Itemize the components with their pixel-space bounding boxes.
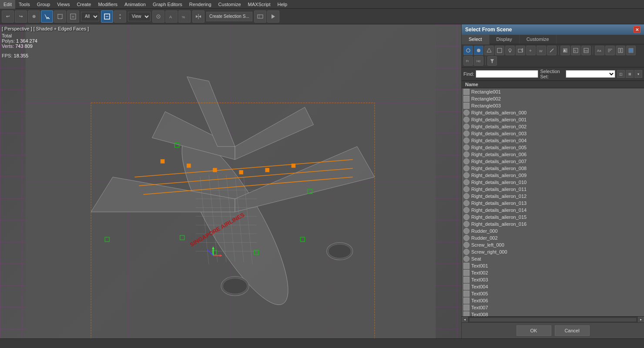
- menu-item-modifiers[interactable]: Modifiers: [94, 0, 121, 9]
- list-item[interactable]: Right_details_aileron_004: [462, 137, 644, 144]
- dialog-icon-invert[interactable]: Inv: [581, 46, 591, 55]
- list-item[interactable]: Right_details_aileron_007: [462, 158, 644, 165]
- list-item[interactable]: Right_details_aileron_012: [462, 193, 644, 200]
- cancel-button[interactable]: Cancel: [555, 325, 590, 336]
- find-icon-1[interactable]: ◫: [617, 70, 625, 78]
- dialog-icon-geometry[interactable]: [484, 46, 494, 55]
- select-mode-button[interactable]: [101, 10, 113, 23]
- find-icon-3[interactable]: ▾: [634, 70, 642, 78]
- menu-item-tools[interactable]: Tools: [15, 0, 34, 9]
- menu-item-views[interactable]: Views: [54, 0, 73, 9]
- dialog-icon-helper[interactable]: +: [526, 46, 536, 55]
- menu-item-create[interactable]: Create: [73, 0, 94, 9]
- list-item[interactable]: Right_details_aileron_003: [462, 130, 644, 137]
- list-item[interactable]: Text002: [462, 269, 644, 276]
- select-by-name-button[interactable]: H: [67, 10, 79, 23]
- hscroll-left-btn[interactable]: ◂: [462, 317, 468, 323]
- list-item[interactable]: Text007: [462, 304, 644, 311]
- list-item[interactable]: Text008: [462, 311, 644, 316]
- redo-button[interactable]: ↪: [15, 10, 27, 23]
- list-item[interactable]: Text003: [462, 276, 644, 283]
- list-item[interactable]: Text005: [462, 290, 644, 297]
- dialog-icon-select-none[interactable]: N: [571, 46, 580, 55]
- tab-select[interactable]: Select: [462, 35, 490, 44]
- list-item[interactable]: Right_details_aileron_014: [462, 207, 644, 214]
- list-item[interactable]: Right_details_aileron_000: [462, 109, 644, 116]
- object-type-icon: [463, 228, 470, 234]
- list-item[interactable]: Right_details_aileron_013: [462, 200, 644, 207]
- dialog-icon-case-sensitive[interactable]: Aa: [595, 46, 604, 55]
- tab-customize[interactable]: Customize: [520, 35, 557, 44]
- list-item[interactable]: Text006: [462, 297, 644, 304]
- list-item[interactable]: Right_details_aileron_015: [462, 214, 644, 221]
- menu-item-edit[interactable]: Edit: [0, 0, 15, 9]
- list-item[interactable]: Seat: [462, 255, 644, 262]
- list-item[interactable]: Text001: [462, 262, 644, 269]
- render-production-btn[interactable]: [267, 10, 279, 23]
- list-item[interactable]: Screw_right_000: [462, 248, 644, 255]
- list-item[interactable]: Screw_left_000: [462, 241, 644, 248]
- dialog-icon-shape[interactable]: [495, 46, 504, 55]
- dialog-icon-filter-down[interactable]: [487, 56, 497, 66]
- viewport-3d[interactable]: [ Perspective ] [ Shaded + Edged Faces ]…: [0, 24, 461, 338]
- dialog-icon-color-col[interactable]: [626, 46, 636, 55]
- list-item[interactable]: Right_details_aileron_008: [462, 165, 644, 172]
- tab-display[interactable]: Display: [490, 35, 520, 44]
- dialog-icon-circle[interactable]: [463, 46, 473, 55]
- find-label: Find:: [463, 71, 474, 77]
- snap-toggle[interactable]: [152, 10, 164, 23]
- move-button[interactable]: [114, 10, 126, 23]
- angle-snap-toggle[interactable]: A: [165, 10, 178, 23]
- percent-snap-toggle[interactable]: %: [178, 10, 191, 23]
- dialog-icon-type-col[interactable]: [616, 46, 625, 55]
- menu-item-maxscript[interactable]: MAXScript: [245, 0, 274, 9]
- list-item[interactable]: Right_details_aileron_010: [462, 179, 644, 186]
- list-item[interactable]: Rudder_000: [462, 228, 644, 234]
- dialog-icon-sort[interactable]: [605, 46, 615, 55]
- ok-button[interactable]: OK: [517, 325, 551, 336]
- svg-point-71: [466, 49, 470, 52]
- find-input[interactable]: [476, 70, 538, 78]
- list-hscroll[interactable]: ◂ ▸: [462, 316, 644, 322]
- menu-item-customize[interactable]: Customize: [215, 0, 245, 9]
- dialog-icon-camera[interactable]: [516, 46, 525, 55]
- list-item[interactable]: Right_details_aileron_016: [462, 221, 644, 228]
- render-setup-btn[interactable]: [254, 10, 266, 23]
- menu-item-graph-editors[interactable]: Graph Editors: [149, 0, 186, 9]
- object-list[interactable]: Rectangle001Rectangle002Rectangle003Righ…: [462, 88, 644, 316]
- list-item[interactable]: Rectangle002: [462, 95, 644, 102]
- list-item[interactable]: Right_details_aileron_005: [462, 144, 644, 151]
- list-item[interactable]: Rudder_002: [462, 234, 644, 241]
- find-icon-2[interactable]: ⊞: [626, 70, 634, 78]
- undo-button[interactable]: ↩: [2, 10, 14, 23]
- dialog-icon-hide-col[interactable]: Hd: [474, 56, 483, 66]
- mirror-button[interactable]: [192, 10, 205, 23]
- list-item[interactable]: Right_details_aileron_002: [462, 123, 644, 130]
- dialog-icon-light[interactable]: [505, 46, 515, 55]
- list-item[interactable]: Rectangle001: [462, 88, 644, 95]
- dialog-icon-select-all[interactable]: A: [560, 46, 570, 55]
- dialog-icon-space[interactable]: W: [537, 46, 546, 55]
- selection-set-select[interactable]: [566, 70, 615, 78]
- menu-item-group[interactable]: Group: [34, 0, 54, 9]
- list-item[interactable]: Rectangle003: [462, 102, 644, 109]
- list-item[interactable]: Right_details_aileron_001: [462, 116, 644, 123]
- dialog-icon-all[interactable]: [474, 46, 483, 55]
- view-select[interactable]: View: [128, 12, 151, 21]
- select-region-button[interactable]: [54, 10, 66, 23]
- toolbar-btn-3[interactable]: ⊕: [28, 10, 40, 23]
- select-object-button[interactable]: [41, 10, 53, 23]
- list-item[interactable]: Right_details_aileron_006: [462, 151, 644, 158]
- menu-item-help[interactable]: Help: [274, 0, 291, 9]
- list-item[interactable]: Right_details_aileron_011: [462, 186, 644, 193]
- create-selection-set-btn[interactable]: Create Selection S...: [206, 12, 252, 21]
- dialog-close-button[interactable]: ✕: [634, 26, 641, 33]
- hscroll-right-btn[interactable]: ▸: [638, 317, 644, 323]
- list-item[interactable]: Right_details_aileron_009: [462, 172, 644, 179]
- menu-item-animation[interactable]: Animation: [121, 0, 149, 9]
- dialog-icon-freeze-col[interactable]: Fr: [463, 56, 473, 66]
- all-select[interactable]: All: [81, 12, 99, 21]
- dialog-icon-bone[interactable]: [547, 46, 557, 55]
- menu-item-rendering[interactable]: Rendering: [186, 0, 215, 9]
- list-item[interactable]: Text004: [462, 283, 644, 290]
